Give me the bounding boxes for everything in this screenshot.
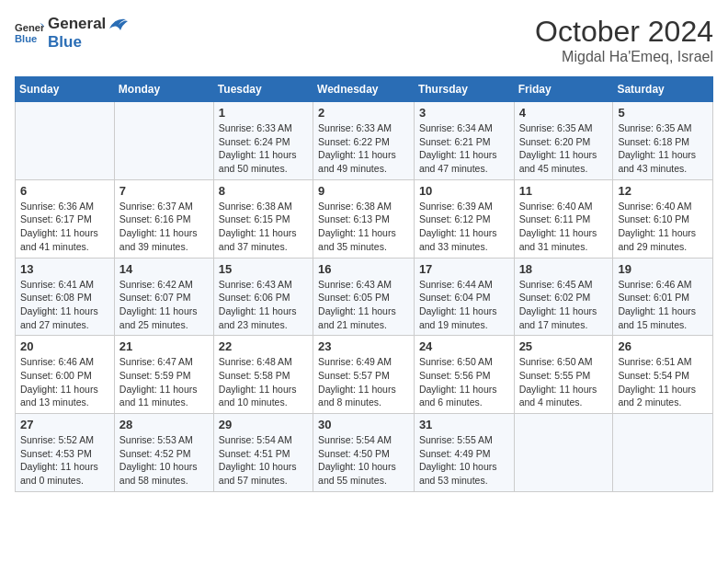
day-number: 3 [419,106,509,120]
day-number: 20 [20,339,109,353]
day-number: 30 [318,418,409,431]
day-info: Sunrise: 6:40 AMSunset: 6:11 PMDaylight:… [519,200,609,254]
calendar-body: 1Sunrise: 6:33 AMSunset: 6:24 PMDaylight… [16,102,713,492]
header-day-wednesday: Wednesday [313,77,415,102]
calendar-cell: 8Sunrise: 6:38 AMSunset: 6:15 PMDaylight… [213,179,313,258]
header-day-saturday: Saturday [613,77,713,102]
day-info: Sunrise: 6:33 AMSunset: 6:24 PMDaylight:… [219,121,308,176]
calendar-cell: 22Sunrise: 6:48 AMSunset: 5:58 PMDayligh… [213,336,313,414]
day-number: 4 [519,106,609,120]
day-info: Sunrise: 6:51 AMSunset: 5:54 PMDaylight:… [618,355,708,409]
day-info: Sunrise: 6:50 AMSunset: 5:55 PMDaylight:… [519,355,609,409]
calendar-cell: 28Sunrise: 5:53 AMSunset: 4:52 PMDayligh… [114,414,213,492]
calendar-cell [613,414,713,492]
week-row-2: 6Sunrise: 6:36 AMSunset: 6:17 PMDaylight… [16,179,713,258]
logo: General Blue General Blue [15,15,128,52]
day-number: 15 [219,262,308,276]
day-info: Sunrise: 5:54 AMSunset: 4:51 PMDaylight:… [219,433,308,488]
calendar-cell: 26Sunrise: 6:51 AMSunset: 5:54 PMDayligh… [613,336,713,414]
calendar-cell: 10Sunrise: 6:39 AMSunset: 6:12 PMDayligh… [414,179,514,258]
svg-text:General: General [15,22,44,33]
day-info: Sunrise: 6:37 AMSunset: 6:16 PMDaylight:… [119,200,209,254]
day-number: 14 [119,262,209,276]
calendar-cell: 12Sunrise: 6:40 AMSunset: 6:10 PMDayligh… [613,179,713,258]
calendar-cell [114,102,213,180]
calendar-cell [16,102,115,180]
week-row-1: 1Sunrise: 6:33 AMSunset: 6:24 PMDaylight… [16,102,713,180]
calendar-cell: 2Sunrise: 6:33 AMSunset: 6:22 PMDaylight… [313,102,415,180]
calendar-cell: 16Sunrise: 6:43 AMSunset: 6:05 PMDayligh… [313,258,415,336]
day-number: 16 [318,262,409,276]
header-day-monday: Monday [114,77,213,102]
week-row-3: 13Sunrise: 6:41 AMSunset: 6:08 PMDayligh… [16,258,713,336]
calendar-cell: 31Sunrise: 5:55 AMSunset: 4:49 PMDayligh… [414,414,514,492]
day-number: 10 [419,184,509,198]
calendar-header: SundayMondayTuesdayWednesdayThursdayFrid… [16,77,713,102]
day-info: Sunrise: 6:43 AMSunset: 6:05 PMDaylight:… [318,278,409,332]
day-info: Sunrise: 6:34 AMSunset: 6:21 PMDaylight:… [419,121,509,176]
day-number: 27 [20,418,109,431]
day-info: Sunrise: 6:44 AMSunset: 6:04 PMDaylight:… [419,278,509,332]
day-info: Sunrise: 6:46 AMSunset: 6:01 PMDaylight:… [618,278,708,332]
header-day-thursday: Thursday [414,77,514,102]
day-number: 28 [119,418,209,431]
day-info: Sunrise: 6:38 AMSunset: 6:15 PMDaylight:… [219,200,308,254]
day-info: Sunrise: 6:35 AMSunset: 6:18 PMDaylight:… [618,121,708,176]
logo-text-general: General [48,15,106,33]
day-number: 29 [219,418,308,431]
day-info: Sunrise: 5:53 AMSunset: 4:52 PMDaylight:… [119,433,209,488]
day-number: 2 [318,106,409,120]
day-info: Sunrise: 5:55 AMSunset: 4:49 PMDaylight:… [419,433,509,488]
day-number: 8 [219,184,308,198]
day-info: Sunrise: 5:52 AMSunset: 4:53 PMDaylight:… [20,433,109,488]
day-info: Sunrise: 6:36 AMSunset: 6:17 PMDaylight:… [20,200,109,254]
calendar-cell: 5Sunrise: 6:35 AMSunset: 6:18 PMDaylight… [613,102,713,180]
calendar-cell: 9Sunrise: 6:38 AMSunset: 6:13 PMDaylight… [313,179,415,258]
location: Migdal Ha'Emeq, Israel [535,49,713,65]
svg-text:Blue: Blue [15,33,37,44]
header-day-tuesday: Tuesday [213,77,313,102]
day-number: 11 [519,184,609,198]
day-number: 25 [519,339,609,353]
day-number: 6 [20,184,109,198]
day-number: 1 [219,106,308,120]
day-number: 22 [219,339,308,353]
logo-icon: General Blue [15,18,44,48]
day-number: 18 [519,262,609,276]
day-info: Sunrise: 5:54 AMSunset: 4:50 PMDaylight:… [318,433,409,488]
header-row: SundayMondayTuesdayWednesdayThursdayFrid… [16,77,713,102]
calendar-table: SundayMondayTuesdayWednesdayThursdayFrid… [15,76,713,492]
day-info: Sunrise: 6:40 AMSunset: 6:10 PMDaylight:… [618,200,708,254]
day-info: Sunrise: 6:33 AMSunset: 6:22 PMDaylight:… [318,121,409,176]
calendar-cell: 15Sunrise: 6:43 AMSunset: 6:06 PMDayligh… [213,258,313,336]
page-header: General Blue General Blue October 2024 M… [15,15,713,65]
day-info: Sunrise: 6:39 AMSunset: 6:12 PMDaylight:… [419,200,509,254]
day-info: Sunrise: 6:46 AMSunset: 6:00 PMDaylight:… [20,355,109,409]
calendar-cell: 11Sunrise: 6:40 AMSunset: 6:11 PMDayligh… [514,179,613,258]
day-info: Sunrise: 6:43 AMSunset: 6:06 PMDaylight:… [219,278,308,332]
calendar-cell: 20Sunrise: 6:46 AMSunset: 6:00 PMDayligh… [16,336,115,414]
day-number: 21 [119,339,209,353]
calendar-cell: 21Sunrise: 6:47 AMSunset: 5:59 PMDayligh… [114,336,213,414]
calendar-cell [514,414,613,492]
day-info: Sunrise: 6:35 AMSunset: 6:20 PMDaylight:… [519,121,609,176]
month-title: October 2024 [535,15,713,49]
day-number: 26 [618,339,708,353]
calendar-cell: 14Sunrise: 6:42 AMSunset: 6:07 PMDayligh… [114,258,213,336]
calendar-cell: 1Sunrise: 6:33 AMSunset: 6:24 PMDaylight… [213,102,313,180]
day-number: 13 [20,262,109,276]
calendar-cell: 19Sunrise: 6:46 AMSunset: 6:01 PMDayligh… [613,258,713,336]
day-info: Sunrise: 6:45 AMSunset: 6:02 PMDaylight:… [519,278,609,332]
week-row-5: 27Sunrise: 5:52 AMSunset: 4:53 PMDayligh… [16,414,713,492]
day-number: 24 [419,339,509,353]
calendar-cell: 6Sunrise: 6:36 AMSunset: 6:17 PMDaylight… [16,179,115,258]
day-number: 9 [318,184,409,198]
calendar-cell: 7Sunrise: 6:37 AMSunset: 6:16 PMDaylight… [114,179,213,258]
day-number: 17 [419,262,509,276]
day-number: 7 [119,184,209,198]
day-info: Sunrise: 6:50 AMSunset: 5:56 PMDaylight:… [419,355,509,409]
calendar-cell: 24Sunrise: 6:50 AMSunset: 5:56 PMDayligh… [414,336,514,414]
calendar-cell: 30Sunrise: 5:54 AMSunset: 4:50 PMDayligh… [313,414,415,492]
logo-text-blue: Blue [48,33,128,52]
calendar-cell: 29Sunrise: 5:54 AMSunset: 4:51 PMDayligh… [213,414,313,492]
